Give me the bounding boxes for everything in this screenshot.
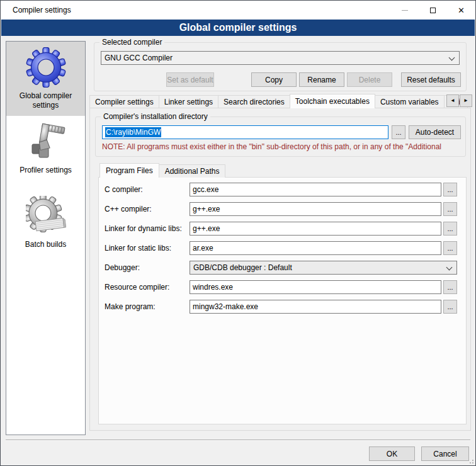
resource-compiler-input[interactable]: windres.exe bbox=[190, 280, 441, 294]
make-program-input[interactable]: mingw32-make.exe bbox=[190, 300, 441, 314]
field-value: ar.exe bbox=[193, 244, 213, 253]
debugger-select[interactable]: GDB/CDB debugger : Default bbox=[190, 261, 457, 275]
static-linker-input[interactable]: ar.exe bbox=[190, 241, 441, 255]
browse-static-linker-button[interactable]: ... bbox=[443, 241, 457, 255]
field-value: g++.exe bbox=[193, 224, 220, 233]
sidebar-item-batch-builds[interactable]: Batch builds bbox=[6, 190, 85, 264]
caption-buttons: ✕ bbox=[390, 1, 475, 20]
field-label: Debugger: bbox=[105, 261, 188, 275]
sidebar-item-global-compiler-settings[interactable]: Global compiler settings bbox=[6, 42, 85, 116]
tab-search-directories[interactable]: Search directories bbox=[218, 95, 290, 108]
chevron-down-icon bbox=[446, 264, 453, 271]
field-value: windres.exe bbox=[193, 283, 233, 292]
selected-text: C:\raylib\MinGW bbox=[105, 127, 161, 137]
installation-note: NOTE: All programs must exist either in … bbox=[102, 142, 463, 151]
compiler-actions: Set as default Copy Rename Delete Reset … bbox=[101, 72, 461, 87]
tab-scroll-left-button[interactable]: ◄ bbox=[446, 94, 459, 107]
field-label: Resource compiler: bbox=[105, 280, 188, 294]
browse-dynamic-linker-button[interactable]: ... bbox=[443, 222, 457, 236]
close-icon: ✕ bbox=[458, 6, 465, 14]
auto-detect-button[interactable]: Auto-detect bbox=[409, 125, 461, 139]
sidebar-item-label: Batch builds bbox=[13, 240, 79, 249]
selected-compiler-group: Selected compiler GNU GCC Compiler Set a… bbox=[94, 42, 467, 91]
copy-button[interactable]: Copy bbox=[251, 72, 297, 87]
caliper-icon bbox=[26, 122, 66, 162]
field-row-static-linker: Linker for static libs: ar.exe ... bbox=[105, 241, 458, 255]
field-label: C compiler: bbox=[105, 183, 188, 196]
field-row-make-program: Make program: mingw32-make.exe ... bbox=[105, 300, 458, 314]
browse-directory-button[interactable]: ... bbox=[392, 125, 405, 139]
batch-builds-icon bbox=[26, 196, 66, 236]
c-compiler-input[interactable]: gcc.exe bbox=[190, 183, 441, 196]
field-value: g++.exe bbox=[193, 205, 220, 213]
chevron-down-icon bbox=[449, 55, 455, 61]
browse-cpp-compiler-button[interactable]: ... bbox=[443, 202, 457, 216]
resize-grip[interactable] bbox=[467, 457, 473, 463]
settings-category-list: Global compiler settings Profiler settin… bbox=[6, 41, 86, 435]
field-row-dynamic-linker: Linker for dynamic libs: g++.exe ... bbox=[105, 222, 458, 236]
sidebar-item-label: Global compiler settings bbox=[13, 91, 79, 110]
browse-resource-compiler-button[interactable]: ... bbox=[443, 280, 457, 294]
tab-toolchain-executables[interactable]: Toolchain executables bbox=[290, 94, 375, 108]
sidebar-item-profiler-settings[interactable]: Profiler settings bbox=[6, 116, 85, 190]
field-label: C++ compiler: bbox=[105, 202, 188, 216]
field-row-cpp-compiler: C++ compiler: g++.exe ... bbox=[105, 202, 458, 216]
reset-defaults-button[interactable]: Reset defaults bbox=[401, 72, 461, 87]
rename-button[interactable]: Rename bbox=[299, 72, 344, 87]
window-title: Compiler settings bbox=[1, 6, 71, 14]
field-label: Linker for static libs: bbox=[105, 241, 188, 255]
tab-linker-settings[interactable]: Linker settings bbox=[159, 95, 218, 108]
title-bar[interactable]: Compiler settings ✕ bbox=[1, 1, 475, 20]
maximize-button[interactable] bbox=[419, 1, 447, 20]
installation-directory-group: Compiler's installation directory C:\ray… bbox=[95, 116, 466, 157]
dynamic-linker-input[interactable]: g++.exe bbox=[190, 222, 441, 236]
browse-make-program-button[interactable]: ... bbox=[443, 300, 457, 314]
cpp-compiler-input[interactable]: g++.exe bbox=[190, 202, 441, 216]
subtab-program-files[interactable]: Program Files bbox=[99, 163, 159, 178]
field-value: gcc.exe bbox=[193, 185, 218, 194]
ok-button[interactable]: OK bbox=[369, 446, 415, 461]
field-label: Make program: bbox=[105, 300, 188, 314]
settings-tabs: Compiler settings Linker settings Search… bbox=[89, 94, 468, 108]
delete-button[interactable]: Delete bbox=[347, 72, 392, 87]
footer-divider bbox=[6, 440, 470, 441]
compiler-select[interactable]: GNU GCC Compiler bbox=[101, 51, 460, 65]
compiler-settings-dialog: Compiler settings ✕ Global compiler sett… bbox=[0, 0, 476, 466]
minimize-button[interactable] bbox=[390, 1, 419, 20]
compiler-select-value: GNU GCC Compiler bbox=[105, 54, 173, 62]
installation-directory-input[interactable]: C:\raylib\MinGW bbox=[102, 125, 388, 139]
field-label: Linker for dynamic libs: bbox=[105, 222, 188, 236]
field-value: mingw32-make.exe bbox=[193, 302, 258, 311]
maximize-icon bbox=[430, 8, 436, 13]
field-row-resource-compiler: Resource compiler: windres.exe ... bbox=[105, 280, 458, 294]
close-button[interactable]: ✕ bbox=[447, 1, 475, 20]
field-row-debugger: Debugger: GDB/CDB debugger : Default bbox=[105, 261, 458, 275]
tab-compiler-settings[interactable]: Compiler settings bbox=[89, 95, 159, 108]
set-as-default-button[interactable]: Set as default bbox=[166, 72, 214, 87]
tab-scroll-right-button[interactable]: ► bbox=[460, 94, 472, 107]
group-label: Compiler's installation directory bbox=[101, 112, 210, 121]
debugger-select-value: GDB/CDB debugger : Default bbox=[193, 263, 292, 272]
page-title: Global compiler settings bbox=[1, 20, 475, 36]
paths-subtabs: Program Files Additional Paths bbox=[99, 163, 225, 178]
browse-c-compiler-button[interactable]: ... bbox=[443, 183, 457, 196]
minimize-icon bbox=[402, 10, 408, 11]
subtab-additional-paths[interactable]: Additional Paths bbox=[159, 164, 226, 178]
field-row-c-compiler: C compiler: gcc.exe ... bbox=[105, 183, 458, 196]
group-label: Selected compiler bbox=[99, 38, 164, 47]
tab-custom-variables[interactable]: Custom variables bbox=[375, 95, 445, 108]
blue-gear-icon bbox=[26, 47, 66, 88]
cancel-button[interactable]: Cancel bbox=[421, 446, 469, 461]
sidebar-item-label: Profiler settings bbox=[13, 166, 79, 175]
